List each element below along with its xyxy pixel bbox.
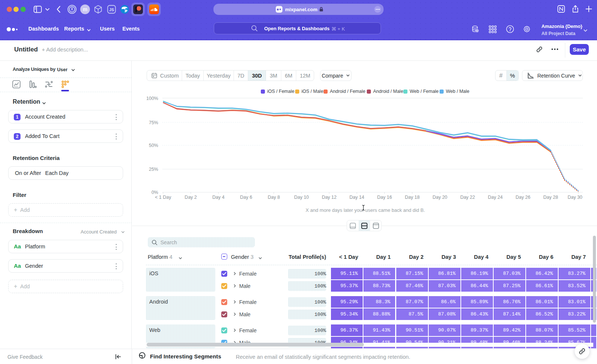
svg-text:Day 24: Day 24 <box>488 195 503 200</box>
svg-text:JS: JS <box>109 7 114 12</box>
svg-text:100%: 100% <box>146 96 158 101</box>
svg-text:25%: 25% <box>149 167 158 172</box>
svg-text:Day 6: Day 6 <box>240 195 252 200</box>
svg-text:Day 4: Day 4 <box>212 195 225 200</box>
svg-text:Day 8: Day 8 <box>268 195 280 200</box>
svg-text:Day 30: Day 30 <box>568 195 582 200</box>
svg-text:Day 20: Day 20 <box>432 195 447 200</box>
svg-text:0%: 0% <box>151 190 158 195</box>
svg-text:Day 16: Day 16 <box>377 195 392 200</box>
svg-text:Day 28: Day 28 <box>543 195 558 200</box>
svg-text:< 1 Day: < 1 Day <box>155 195 171 200</box>
svg-text:Day 26: Day 26 <box>516 195 531 200</box>
svg-text:Day 12: Day 12 <box>322 195 337 200</box>
svg-text:50%: 50% <box>149 143 158 148</box>
svg-text:Day 14: Day 14 <box>350 195 365 200</box>
svg-text:75%: 75% <box>149 120 158 125</box>
svg-text:Day 18: Day 18 <box>405 195 420 200</box>
svg-text:Day 2: Day 2 <box>185 195 197 200</box>
svg-text:Day 10: Day 10 <box>294 195 309 200</box>
svg-text:Day 22: Day 22 <box>460 195 475 200</box>
